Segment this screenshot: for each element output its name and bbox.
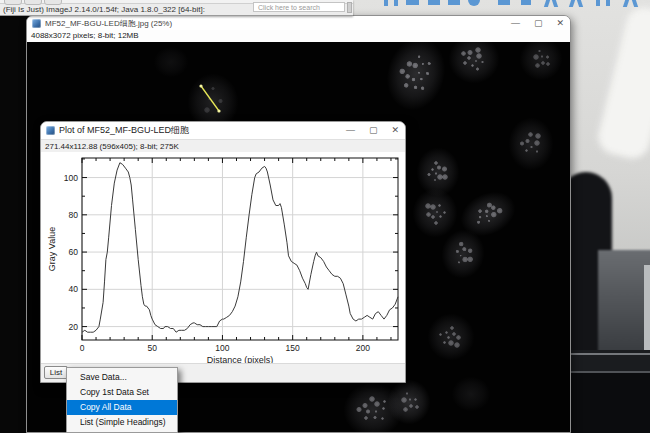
minimize-icon[interactable]: — bbox=[511, 19, 520, 28]
nucleus-speckle bbox=[418, 55, 421, 58]
nucleus-speckle bbox=[450, 326, 454, 330]
nucleus-speckle bbox=[204, 107, 210, 113]
nucleus-speckle bbox=[475, 47, 481, 53]
nucleus-speckle bbox=[455, 249, 459, 253]
nucleus-speckle bbox=[434, 221, 438, 225]
cell-nucleus bbox=[520, 42, 562, 80]
nucleus-speckle bbox=[437, 165, 441, 169]
nucleus-speckle bbox=[541, 55, 544, 58]
svg-text:50: 50 bbox=[147, 343, 157, 353]
nucleus-speckle bbox=[454, 342, 460, 348]
maximize-icon[interactable]: ▢ bbox=[534, 19, 543, 28]
nucleus-speckle bbox=[467, 248, 473, 254]
menu-item-save-data[interactable]: Save Data... bbox=[67, 370, 177, 385]
nucleus-speckle bbox=[414, 398, 417, 401]
cell-nucleus bbox=[154, 47, 188, 77]
profile-plot: 05010015020020406080100Distance (pixels)… bbox=[41, 152, 405, 366]
svg-text:20: 20 bbox=[69, 322, 79, 332]
nucleus-speckle bbox=[211, 87, 214, 90]
nucleus-speckle bbox=[430, 204, 436, 210]
maximize-icon[interactable]: ▢ bbox=[369, 126, 378, 135]
nucleus-speckle bbox=[528, 132, 533, 137]
fiji-main-window: (Fiji Is Just) ImageJ 2.14.0/1.54f; Java… bbox=[0, 0, 353, 16]
nucleus-speckle bbox=[525, 149, 528, 152]
nucleus-speckle bbox=[403, 407, 408, 412]
nucleus-speckle bbox=[421, 62, 424, 65]
cell-nucleus bbox=[438, 227, 488, 282]
plot-window-titlebar[interactable]: Plot of MF52_MF-BGU-LED细胞 — ▢ ✕ bbox=[41, 122, 405, 140]
svg-text:40: 40 bbox=[69, 284, 79, 294]
gray-value-chart: 05010015020020406080100Distance (pixels)… bbox=[41, 152, 405, 366]
fiji-icon bbox=[32, 19, 41, 28]
nucleus-speckle bbox=[467, 56, 471, 60]
nucleus-speckle bbox=[434, 161, 438, 165]
nucleus-speckle bbox=[471, 64, 474, 67]
cell-nucleus bbox=[428, 314, 474, 360]
nucleus-speckle bbox=[546, 55, 549, 58]
nucleus-speckle bbox=[458, 261, 461, 264]
nucleus-speckle bbox=[485, 215, 488, 218]
nucleus-speckle bbox=[420, 85, 425, 90]
nucleus-speckle bbox=[425, 72, 429, 76]
nucleus-speckle bbox=[439, 333, 442, 336]
nucleus-speckle bbox=[476, 220, 481, 225]
svg-text:100: 100 bbox=[64, 173, 78, 183]
svg-text:0: 0 bbox=[80, 343, 85, 353]
nucleus-speckle bbox=[403, 82, 409, 88]
list-context-menu: Save Data... Copy 1st Data Set Copy All … bbox=[66, 367, 178, 433]
nucleus-speckle bbox=[481, 61, 484, 64]
nucleus-speckle bbox=[362, 403, 367, 408]
nucleus-speckle bbox=[411, 77, 416, 82]
image-window-titlebar[interactable]: MF52_MF-BGU-LED细胞.jpg (25%) — ▢ ✕ bbox=[27, 16, 570, 30]
nucleus-speckle bbox=[478, 215, 483, 220]
nucleus-speckle bbox=[462, 247, 467, 252]
nucleus-speckle bbox=[443, 341, 446, 344]
nucleus-speckle bbox=[419, 77, 423, 81]
nucleus-speckle bbox=[427, 61, 431, 65]
fiji-status-line: (Fiji Is Just) ImageJ 2.14.0/1.54f; Java… bbox=[3, 5, 205, 14]
nucleus-speckle bbox=[442, 174, 448, 180]
nucleus-speckle bbox=[436, 211, 439, 214]
photo-highlight bbox=[595, 4, 650, 162]
menu-item-list-simple-headings[interactable]: List (Simple Headings) bbox=[67, 415, 177, 430]
svg-text:80: 80 bbox=[69, 210, 79, 220]
nucleus-speckle bbox=[487, 219, 490, 222]
list-button[interactable]: List bbox=[44, 366, 68, 379]
nucleus-speckle bbox=[208, 98, 211, 101]
bench-edge bbox=[560, 371, 650, 373]
svg-text:60: 60 bbox=[69, 247, 79, 257]
nucleus-speckle bbox=[409, 404, 413, 408]
minimize-icon[interactable]: — bbox=[346, 126, 355, 135]
bench-edge bbox=[560, 353, 650, 355]
close-icon[interactable]: ✕ bbox=[556, 19, 564, 28]
nucleus-speckle bbox=[415, 405, 419, 409]
close-icon[interactable]: ✕ bbox=[391, 126, 399, 135]
nucleus-speckle bbox=[383, 400, 386, 403]
nucleus-speckle bbox=[447, 336, 450, 339]
search-input[interactable]: Click here to search bbox=[253, 2, 345, 12]
image-window-title: MF52_MF-BGU-LED细胞.jpg (25%) bbox=[45, 18, 172, 29]
scrollbar-stub[interactable] bbox=[347, 2, 352, 13]
nucleus-speckle bbox=[484, 208, 490, 214]
nucleus-speckle bbox=[438, 204, 441, 207]
nucleus-speckle bbox=[404, 73, 410, 79]
nucleus-speckle bbox=[538, 50, 541, 53]
svg-text:200: 200 bbox=[356, 343, 370, 353]
nucleus-speckle bbox=[373, 416, 376, 419]
nucleus-speckle bbox=[445, 331, 448, 334]
nucleus-speckle bbox=[463, 61, 467, 65]
menu-item-copy-all-data[interactable]: Copy All Data bbox=[67, 400, 177, 415]
nucleus-speckle bbox=[431, 215, 435, 219]
nucleus-speckle bbox=[434, 179, 437, 182]
nucleus-speckle bbox=[406, 392, 409, 395]
nucleus-speckle bbox=[546, 62, 550, 66]
nucleus-speckle bbox=[413, 85, 418, 90]
nucleus-speckle bbox=[427, 173, 430, 176]
svg-text:Gray Value: Gray Value bbox=[47, 227, 57, 271]
nucleus-speckle bbox=[456, 335, 461, 340]
plot-window-title: Plot of MF52_MF-BGU-LED细胞 bbox=[59, 124, 189, 137]
nucleus-speckle bbox=[476, 67, 479, 70]
nucleus-speckle bbox=[530, 146, 533, 149]
nucleus-speckle bbox=[476, 53, 482, 59]
menu-item-copy-1st-data-set[interactable]: Copy 1st Data Set bbox=[67, 385, 177, 400]
